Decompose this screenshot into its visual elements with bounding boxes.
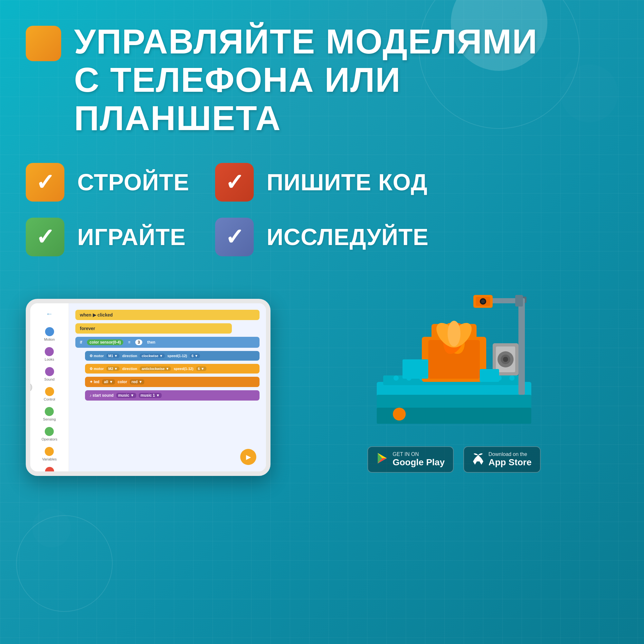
feature-play: ✓ ИГРАЙТЕ — [26, 218, 189, 256]
app-store-button[interactable]: Download on the App Store — [463, 446, 541, 473]
feature-label-play: ИГРАЙТЕ — [77, 224, 186, 250]
checkmark-explore: ✓ — [225, 226, 244, 248]
bottom-area: ← Motion Looks Sound — [26, 279, 618, 476]
svg-rect-27 — [518, 298, 525, 395]
code-block-when-clicked: when ▶ clicked — [75, 310, 260, 320]
google-play-button[interactable]: GET IN ON Google Play — [367, 446, 454, 473]
tablet-code-area: when ▶ clicked forever if color sensor(0… — [69, 303, 266, 471]
feature-build: ✓ СТРОЙТЕ — [26, 163, 189, 202]
header-area: УПРАВЛЯЙТЕ МОДЕЛЯМИ С ТЕЛЕФОНА ИЛИ ПЛАНШ… — [26, 23, 618, 137]
main-title: УПРАВЛЯЙТЕ МОДЕЛЯМИ С ТЕЛЕФОНА ИЛИ ПЛАНШ… — [74, 23, 618, 137]
sidebar-control: Control — [44, 387, 55, 401]
code-block-forever: forever — [75, 323, 232, 334]
check-box-explore: ✓ — [215, 218, 254, 256]
tablet-container: ← Motion Looks Sound — [26, 299, 270, 476]
sidebar-myblocks: My Blocks — [41, 467, 57, 476]
orange-decoration — [26, 26, 61, 61]
sidebar-looks: Looks — [45, 347, 54, 361]
back-arrow-icon: ← — [46, 310, 53, 318]
features-grid: ✓ СТРОЙТЕ ✓ ПИШИТЕ КОД ✓ ИГРАЙТЕ ✓ — [26, 163, 380, 256]
google-play-icon — [376, 452, 388, 467]
sidebar-sensing: Sensing — [43, 407, 56, 421]
svg-rect-30 — [515, 295, 523, 307]
sidebar-sound: Sound — [44, 367, 55, 381]
code-block-motor1: ⚙ motor M1 ▼ direction clockwise ▼ speed… — [85, 351, 260, 361]
sidebar-operators: Operators — [42, 427, 57, 441]
app-store-small-text: Download on the — [488, 451, 532, 457]
check-box-play: ✓ — [26, 218, 64, 256]
svg-point-11 — [509, 375, 515, 381]
sidebar-motion: Motion — [44, 327, 55, 341]
google-play-big-text: Google Play — [393, 457, 445, 468]
check-box-build: ✓ — [26, 163, 64, 202]
feature-code: ✓ ПИШИТЕ КОД — [215, 163, 429, 202]
feature-label-build: СТРОЙТЕ — [77, 169, 189, 195]
svg-point-35 — [393, 408, 406, 421]
check-box-code: ✓ — [215, 163, 254, 202]
checkmark-code: ✓ — [225, 171, 244, 194]
sidebar-variables: Variables — [42, 447, 57, 461]
feature-label-code: ПИШИТЕ КОД — [267, 169, 428, 195]
code-block-motor2: ⚙ motor M2 ▼ direction anticlockwise ▼ s… — [85, 364, 260, 374]
tablet-sidebar: ← Motion Looks Sound — [30, 303, 69, 471]
robot-image — [357, 279, 551, 433]
tablet-device: ← Motion Looks Sound — [26, 299, 270, 476]
feature-explore: ✓ ИССЛЕДУЙТЕ — [215, 218, 429, 256]
code-block-if: if color sensor(0-4) = 3 then — [75, 337, 260, 348]
checkmark-build: ✓ — [36, 171, 55, 194]
svg-point-34 — [481, 299, 485, 303]
code-block-sound: ♪ start sound music ▼ music 1 ▼ — [85, 390, 260, 401]
feature-label-explore: ИССЛЕДУЙТЕ — [267, 224, 429, 250]
background: УПРАВЛЯЙТЕ МОДЕЛЯМИ С ТЕЛЕФОНА ИЛИ ПЛАНШ… — [0, 0, 644, 644]
app-store-icon — [472, 452, 484, 467]
code-block-led: ✦ led all ▼ color red ▼ — [85, 377, 260, 387]
svg-point-2 — [393, 375, 399, 381]
app-store-big-text: App Store — [488, 457, 532, 468]
checkmark-play: ✓ — [36, 226, 55, 248]
right-area: GET IN ON Google Play — [290, 279, 618, 476]
svg-rect-37 — [480, 369, 499, 382]
store-buttons-row: GET IN ON Google Play — [367, 446, 541, 473]
svg-point-21 — [448, 321, 460, 346]
svg-rect-36 — [403, 359, 428, 379]
svg-point-26 — [503, 357, 508, 362]
google-play-small-text: GET IN ON — [393, 451, 445, 457]
